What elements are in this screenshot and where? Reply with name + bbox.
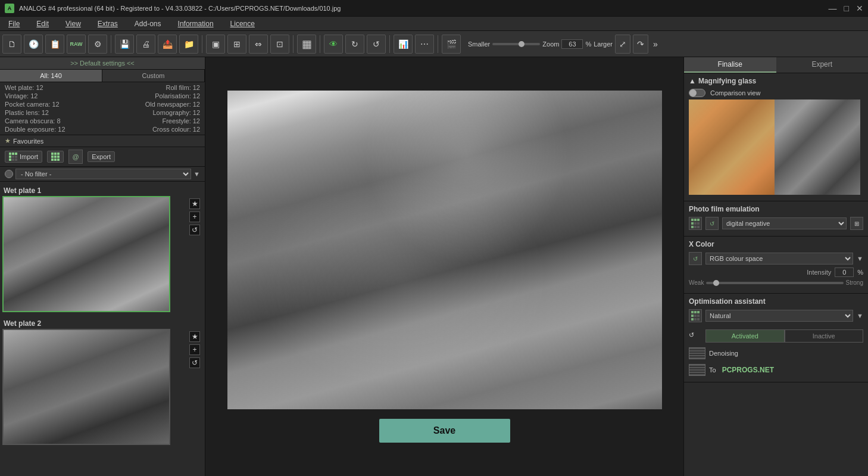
zoom-slider[interactable] [492, 43, 540, 45]
filter-dropdown[interactable]: - No filter - [15, 169, 191, 179]
intensity-input[interactable] [835, 267, 854, 277]
compare-button[interactable]: ⇔ [249, 35, 268, 54]
menu-edit[interactable]: Edit [28, 17, 57, 31]
filter-cameraobscura[interactable]: Camera obscura: 8 [5, 117, 61, 125]
inactive-button[interactable]: Inactive [785, 329, 864, 343]
view-button[interactable]: ⊞ [227, 35, 246, 54]
import-button[interactable]: Import [5, 151, 42, 163]
filter-plasticlens[interactable]: Plastic lens: 12 [5, 109, 49, 116]
save-file-button[interactable]: 💾 [115, 35, 134, 54]
zoom-input[interactable] [561, 39, 583, 49]
copy-button[interactable]: 📋 [45, 35, 64, 54]
minimize-button[interactable]: — [829, 4, 837, 13]
favourites-label[interactable]: Favourites [13, 138, 43, 145]
menu-extras[interactable]: Extras [89, 17, 126, 31]
dropdown-arrow: ▼ [193, 170, 200, 178]
close-button[interactable]: ✕ [856, 4, 863, 13]
menu-addons[interactable]: Add-ons [126, 17, 170, 31]
zoom-fit-button[interactable]: ⤢ [615, 35, 630, 54]
export-button[interactable]: 📤 [158, 35, 177, 54]
menu-licence[interactable]: Licence [222, 17, 263, 31]
more-button[interactable]: » [651, 35, 660, 54]
histogram-button[interactable]: ▦ [297, 35, 316, 54]
maximize-button[interactable]: □ [844, 4, 849, 13]
filter-polarisation[interactable]: Polarisation: 12 [155, 92, 200, 99]
settings-button[interactable]: ⚙ [88, 35, 107, 54]
activated-inactive-container: ↺ Activated Inactive [689, 325, 863, 345]
menu-file[interactable]: File [0, 17, 28, 31]
filter-rollfilm[interactable]: Roll film: 12 [166, 84, 200, 91]
toolbar-separator-4 [320, 35, 320, 53]
dropdown-arrow-opt: ▼ [857, 312, 863, 319]
save-button[interactable]: Save [379, 419, 510, 443]
filter-row-wetplate: Wet plate: 12 Roll film: 12 [0, 83, 205, 92]
export-button-preset[interactable]: Export [88, 151, 115, 162]
right-panel: Finalise Expert ▲ Magnifying glass Compa… [683, 57, 868, 476]
opt-refresh-icon[interactable]: ↺ [689, 331, 702, 339]
x-color-select[interactable]: RGB colour space [705, 253, 853, 265]
filter-freestyle[interactable]: Freestyle: 12 [162, 117, 200, 125]
rotate-button[interactable]: ↺ [367, 35, 386, 54]
filter-tabs: All: 140 Custom [0, 70, 205, 82]
filter-circle-indicator [5, 170, 13, 178]
grid-preset-button[interactable] [47, 151, 64, 163]
filter-select-row: - No filter - ▼ [0, 167, 205, 182]
filter-pocketcamera[interactable]: Pocket camera: 12 [5, 101, 60, 108]
filter-crosscolour[interactable]: Cross colour: 12 [152, 126, 200, 133]
frame-button[interactable]: ▣ [206, 35, 225, 54]
raw-button[interactable]: RAW [67, 35, 86, 54]
batch-button[interactable]: 📁 [179, 35, 198, 54]
tab-custom[interactable]: Custom [102, 70, 205, 82]
photo-film-refresh-icon[interactable]: ↺ [705, 217, 719, 230]
thumb-add-button[interactable]: + [189, 211, 200, 222]
photo-film-row: ↺ digital negative ⊞ [689, 217, 863, 230]
optimisation-grid-icon[interactable] [689, 309, 702, 322]
photo-film-grid-icon[interactable] [689, 217, 702, 230]
right-panel-scroll: ▲ Magnifying glass Comparison view Ph [684, 73, 868, 476]
filter-doubleexposure[interactable]: Double exposure: 12 [5, 126, 65, 133]
filter-lomography[interactable]: Lomography: 12 [153, 109, 201, 116]
thumb-star-button-2[interactable]: ★ [189, 331, 200, 342]
optimisation-select[interactable]: Natural [705, 310, 853, 322]
menu-view[interactable]: View [57, 17, 89, 31]
rotate-right-button[interactable]: ↷ [633, 35, 648, 54]
larger-label: Larger [594, 41, 613, 48]
intensity-slider-thumb[interactable] [713, 280, 719, 286]
menu-information[interactable]: Information [170, 17, 222, 31]
thumb-controls-2: ★ + ↺ [189, 331, 200, 368]
history-button[interactable]: 🕐 [24, 35, 43, 54]
thumbnail-1[interactable] [2, 196, 170, 312]
video-button[interactable]: 🎬 [442, 35, 461, 54]
activated-button[interactable]: Activated [705, 329, 785, 343]
refresh-button[interactable]: ↻ [345, 35, 364, 54]
print-button[interactable]: 🖨 [136, 35, 155, 54]
crop-button[interactable]: ⊡ [270, 35, 289, 54]
at-button[interactable]: @ [68, 150, 83, 164]
tab-expert[interactable]: Expert [776, 57, 869, 73]
eye-button[interactable]: 👁 [324, 35, 343, 54]
tab-finalise[interactable]: Finalise [684, 57, 776, 73]
preview-original [689, 99, 775, 195]
thumb-refresh-button-2[interactable]: ↺ [189, 357, 200, 368]
thumbnail-group-2: Wet plate 2 ★ + ↺ [2, 317, 202, 445]
filter-row-vintage: Vintage: 12 Polarisation: 12 [0, 92, 205, 100]
filter-vintage[interactable]: Vintage: 12 [5, 92, 38, 99]
thumb-add-button-2[interactable]: + [189, 344, 200, 355]
intensity-pct: % [857, 269, 863, 276]
thumb-refresh-button[interactable]: ↺ [189, 225, 200, 235]
new-file-button[interactable]: 🗋 [2, 35, 21, 54]
filter-wetplate[interactable]: Wet plate: 12 [5, 84, 43, 91]
photo-film-copy-button[interactable]: ⊞ [850, 217, 863, 230]
thumb-star-button[interactable]: ★ [189, 198, 200, 209]
thumbnail-2[interactable] [2, 329, 170, 445]
x-color-refresh-icon[interactable]: ↺ [689, 252, 702, 265]
waveform-button[interactable]: 📊 [394, 35, 413, 54]
watermark-icon [689, 364, 705, 376]
photo-film-select[interactable]: digital negative [722, 217, 847, 229]
intensity-slider[interactable] [706, 282, 843, 284]
comparison-toggle[interactable] [689, 89, 705, 97]
filter-oldnewspaper[interactable]: Old newspaper: 12 [145, 101, 200, 108]
dots-button[interactable]: ⋯ [415, 35, 434, 54]
comparison-view-label: Comparison view [710, 89, 760, 97]
tab-all[interactable]: All: 140 [0, 70, 102, 82]
